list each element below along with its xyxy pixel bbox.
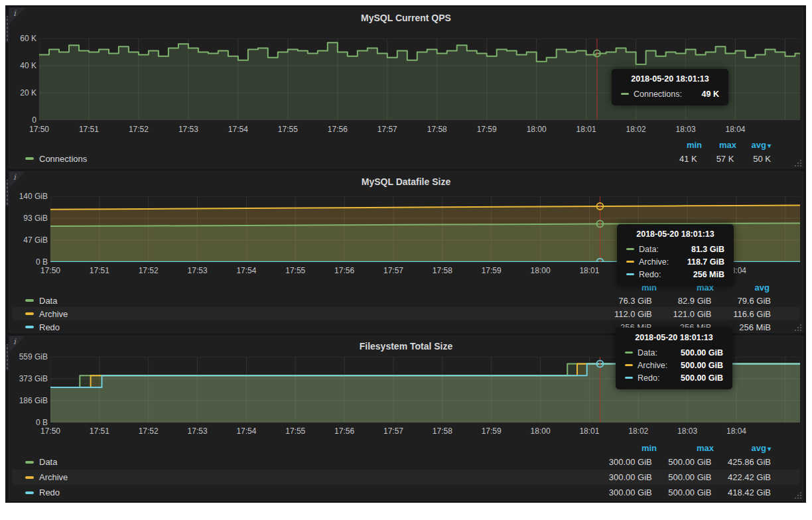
y-axis-tick-label: 140 GiB [11,192,48,201]
panel-title[interactable]: Filesystem Total Size [9,336,803,352]
x-axis-tick-label: 18:00 [519,125,555,134]
legend-header: min max avg▾ [12,138,800,151]
info-icon: i [13,172,16,182]
legend-row: Redo 256 MiB 256 MiB 256 MiB [12,320,800,334]
x-axis-tick-label: 17:58 [425,426,460,436]
legend: min max avg▾ Connections 41 K 57 K 50 K [12,138,800,166]
legend-sort-max[interactable]: max [657,443,714,453]
x-axis-tick-label: 17:52 [131,426,167,436]
panel-title[interactable]: MySQL Current QPS [9,8,803,23]
x-axis-tick-label: 18:04 [718,266,754,275]
stat-max: 121.0 GiB [654,309,711,319]
x-axis-tick-label: 18:00 [523,426,559,436]
resize-handle-icon[interactable] [793,159,801,166]
legend-row: Data 300.00 GiB 500.00 GiB 425.86 GiB [12,454,800,470]
panel-info-corner[interactable]: i [9,336,25,352]
legend-series-label[interactable]: Redo [39,487,60,497]
legend-sort-min[interactable]: min [600,443,657,453]
stat-min: 41 K [663,154,697,164]
x-axis-tick-label: 17:53 [180,426,216,436]
legend-row: Archive 112.0 GiB 121.0 GiB 116.6 GiB [12,307,800,320]
y-axis-tick-label: 40 K [11,61,36,70]
y-axis-tick-label: 0 [11,115,36,125]
y-axis-tick-label: 60 K [11,34,36,43]
y-axis-tick-label: 186 GiB [11,396,48,405]
x-axis-tick-label: 17:52 [131,266,167,275]
x-axis-tick-label: 17:53 [170,125,206,134]
series-swatch-icon [25,312,34,315]
stat-min: 300.00 GiB [595,472,652,482]
info-icon: i [13,9,16,18]
info-icon: i [13,337,16,346]
stat-max: 256 MiB [654,322,711,332]
x-axis-tick-label: 17:59 [474,426,509,436]
x-axis-tick-label: 17:56 [326,426,362,436]
x-axis-tick-label: 17:54 [228,426,264,436]
legend-stats: 256 MiB 256 MiB 256 MiB [595,322,771,332]
x-axis-tick-label: 17:55 [270,125,306,134]
stat-min: 76.3 GiB [595,296,652,306]
chart-plot-area[interactable] [50,196,800,262]
resize-handle-icon[interactable] [793,323,801,331]
chart-plot-area[interactable] [50,357,800,422]
legend-row: Redo 300.00 GiB 500.00 GiB 418.42 GiB [12,485,800,500]
legend-series-label[interactable]: Data [39,296,57,306]
stat-min: 256 MiB [595,322,652,332]
y-axis-tick-label: 559 GiB [11,352,48,361]
x-axis-tick-label: 18:04 [718,426,754,436]
series-swatch-icon [25,326,34,328]
legend-series-label[interactable]: Redo [39,322,60,332]
x-axis-tick-label: 18:02 [620,266,656,275]
x-axis-tick-label: 17:55 [277,426,313,436]
legend-series-label[interactable]: Archive [39,472,68,482]
panel-title[interactable]: MySQL Datafile Size [9,172,803,187]
x-axis-tick-label: 17:57 [375,266,411,275]
panel-mysql-current-qps: i MySQL Current QPS min max avg▾ Connect… [9,7,803,168]
legend-sort-max[interactable]: max [702,140,736,150]
legend-stats: 300.00 GiB 500.00 GiB 422.42 GiB [595,472,771,482]
legend-series-label[interactable]: Archive [39,309,68,319]
x-axis-tick-label: 17:50 [33,266,68,275]
legend-stats: 76.3 GiB 82.9 GiB 79.6 GiB [595,296,771,306]
series-swatch-icon [25,157,34,160]
stat-max: 57 K [699,154,734,164]
stat-avg: 425.86 GiB [714,457,771,467]
legend-header: min max avg▾ [12,441,800,454]
x-axis-tick-label: 17:59 [469,125,505,134]
panel-filesystem-total-size: i Filesystem Total Size min max avg▾ Dat… [9,336,803,501]
legend-series-label[interactable]: Data [39,457,57,467]
legend: min max avg▾ Data 300.00 GiB 500.00 GiB … [12,441,800,500]
legend-sort-avg[interactable]: avg [714,283,771,292]
legend-sort-max[interactable]: max [657,283,714,292]
x-axis-tick-label: 17:53 [180,266,216,275]
stat-avg: 116.6 GiB [714,309,771,319]
legend-series-label[interactable]: Connections [39,154,87,164]
x-axis-tick-label: 18:03 [669,426,705,436]
chart-plot-area[interactable] [39,38,800,120]
x-axis-tick-label: 17:52 [121,125,157,134]
y-axis-tick-label: 0 B [11,418,48,427]
x-axis-tick-label: 18:02 [618,125,654,134]
x-axis-tick-label: 17:51 [82,266,117,275]
panel-info-corner[interactable]: i [9,172,25,188]
legend-sort-avg[interactable]: avg▾ [714,443,771,453]
stat-max: 82.9 GiB [654,296,711,306]
x-axis-tick-label: 18:03 [668,125,704,134]
x-axis-tick-label: 17:51 [82,426,117,436]
legend-sort-avg[interactable]: avg▾ [736,140,771,150]
x-axis-tick-label: 18:01 [569,125,604,134]
stat-max: 500.00 GiB [654,487,711,497]
resize-handle-icon[interactable] [793,491,801,499]
legend-sort-min[interactable]: min [600,283,657,292]
series-swatch-icon [25,461,34,464]
x-axis-tick-label: 18:03 [669,266,705,275]
legend-sort-min[interactable]: min [667,140,702,150]
stat-min: 300.00 GiB [595,487,652,497]
legend-stats: 112.0 GiB 121.0 GiB 116.6 GiB [595,309,771,319]
y-axis-tick-label: 47 GiB [11,235,48,245]
series-swatch-icon [25,491,34,494]
panel-info-corner[interactable]: i [9,8,25,24]
series-swatch-icon [25,476,34,479]
legend-stats: 41 K 57 K 50 K [663,154,771,164]
x-axis-tick-label: 18:02 [620,426,656,436]
